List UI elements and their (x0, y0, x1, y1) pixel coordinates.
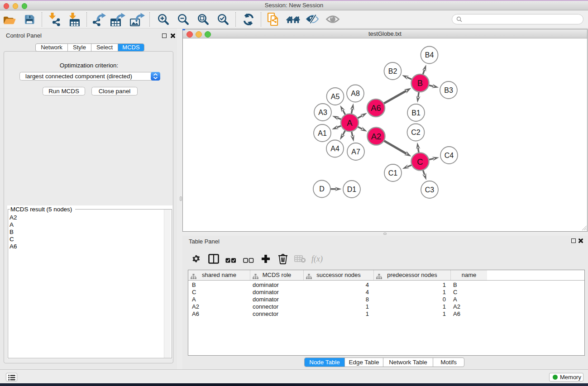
svg-text:C2: C2 (411, 129, 421, 136)
svg-text:B2: B2 (388, 67, 397, 75)
svg-text:B1: B1 (411, 109, 421, 117)
svg-text:B3: B3 (444, 86, 453, 94)
svg-text:A: A (347, 118, 353, 128)
svg-text:A2: A2 (371, 132, 382, 141)
svg-text:A6: A6 (371, 103, 381, 113)
svg-text:D: D (319, 185, 325, 193)
svg-text:A4: A4 (330, 145, 339, 152)
svg-text:A5: A5 (331, 93, 340, 100)
svg-text:C4: C4 (445, 152, 454, 159)
svg-text:B: B (417, 78, 423, 88)
svg-text:A1: A1 (318, 129, 327, 137)
svg-text:B4: B4 (425, 51, 434, 59)
svg-text:A8: A8 (351, 90, 360, 97)
svg-text:C: C (417, 157, 423, 167)
svg-text:A7: A7 (351, 148, 360, 156)
svg-text:A3: A3 (318, 109, 327, 116)
svg-text:D1: D1 (347, 186, 357, 193)
svg-text:C3: C3 (425, 186, 435, 194)
svg-text:C1: C1 (388, 169, 398, 177)
